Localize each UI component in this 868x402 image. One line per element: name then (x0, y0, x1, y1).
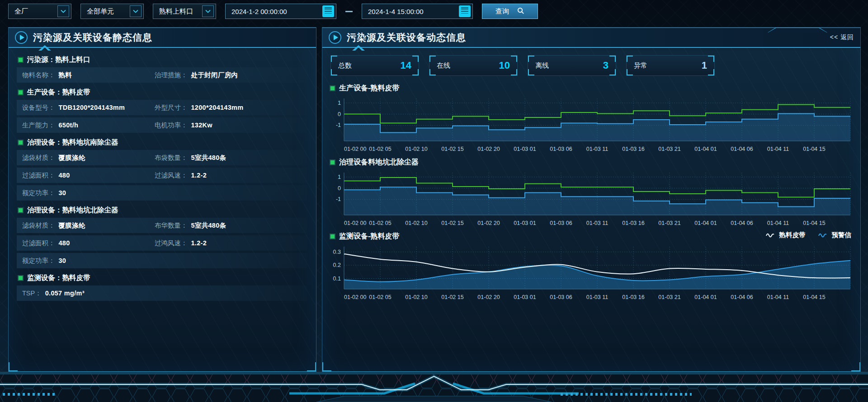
chart-title-row: 监测设备-熟料皮带 熟料皮带 预警信 (330, 229, 852, 243)
info-row: 设备型号：TDB1200*204143mm 外型尺寸：1200*204143mm (17, 100, 307, 115)
section-header: 治理设备：熟料地坑北除尘器 (12, 203, 310, 218)
legend-label: 预警信 (832, 231, 852, 239)
svg-text:01-03 21: 01-03 21 (658, 220, 680, 226)
svg-text:01-02 10: 01-02 10 (405, 294, 427, 300)
chart-title: 监测设备-熟料皮带 (339, 232, 399, 241)
svg-text:01-03 11: 01-03 11 (586, 220, 608, 226)
field-value: 1.2-2 (191, 239, 207, 247)
plant-select[interactable]: 全厂 (8, 4, 71, 19)
dynamic-panel-title: 污染源及关联设备动态信息 (347, 31, 466, 44)
svg-text:01-02 00: 01-02 00 (344, 220, 366, 226)
info-cell: 布袋数量：5室共480条 (155, 154, 226, 162)
stat-value: 14 (401, 60, 411, 71)
stats-row: 总数 14 在线 10 离线 3 异常 1 (330, 55, 852, 76)
legend-item[interactable]: 预警信 (818, 231, 852, 239)
field-value: 1.2-2 (191, 172, 207, 179)
svg-text:01-03 01: 01-03 01 (514, 146, 536, 152)
unit-select[interactable]: 全部单元 (80, 4, 144, 19)
info-row: 额定功率：30 (17, 253, 307, 268)
stat-value: 3 (603, 60, 609, 71)
info-cell: TSP：0.057 mg/m³ (22, 289, 155, 298)
svg-text:01-04 06: 01-04 06 (731, 294, 753, 300)
svg-text:01-02 05: 01-02 05 (369, 146, 391, 152)
info-cell: 滤袋材质：覆膜涤纶 (22, 154, 155, 162)
svg-text:01-03 06: 01-03 06 (550, 146, 572, 152)
green-square-icon (330, 86, 335, 90)
svg-text:01-03 16: 01-03 16 (622, 220, 644, 226)
svg-text:01-02 05: 01-02 05 (369, 294, 391, 300)
point-select-value: 熟料上料口 (159, 7, 193, 16)
production-step-chart: 10-101-02 0001-02 0501-02 1001-02 1501-0… (330, 95, 852, 154)
start-datetime-input[interactable]: 2024-1-2 00:00:00 (225, 4, 336, 19)
back-link[interactable]: << 返回 (830, 33, 854, 42)
svg-text:0.2: 0.2 (333, 262, 341, 268)
svg-text:-1: -1 (336, 122, 341, 128)
info-row: 过滤面积：480 过滤风速：1.2-2 (17, 168, 307, 183)
green-square-icon (19, 58, 23, 62)
field-label: 设备型号： (22, 103, 55, 112)
svg-text:01-04 15: 01-04 15 (803, 294, 825, 300)
field-label: 电机功率： (155, 121, 188, 130)
field-label: 过鸿风速： (155, 239, 188, 248)
info-cell: 电机功率：132Kw (155, 121, 212, 130)
svg-text:01-04 11: 01-04 11 (767, 220, 789, 226)
chevron-down-icon[interactable] (202, 5, 214, 17)
info-row: 滤袋材质：覆膜涤纶 布袋数量：5室共480条 (17, 150, 307, 165)
legend-item[interactable]: 熟料皮带 (766, 231, 806, 239)
date-range-separator (345, 11, 353, 12)
query-button[interactable]: 查询 (482, 4, 538, 19)
svg-text:01-04 01: 01-04 01 (694, 294, 717, 300)
info-cell: 物料名称：熟料 (22, 71, 155, 79)
field-value: 覆膜涤纶 (59, 154, 85, 162)
field-label: 滤袋材质： (22, 221, 55, 230)
svg-text:01-04 06: 01-04 06 (731, 146, 753, 152)
svg-text:01-04 15: 01-04 15 (803, 146, 825, 152)
legend-label: 熟料皮带 (779, 231, 806, 239)
field-label: 布袋数量： (155, 154, 188, 162)
section-title: 污染源：熟料上料口 (27, 55, 90, 65)
field-value: 5室共480条 (191, 154, 226, 162)
svg-text:0: 0 (338, 185, 341, 192)
end-datetime-input[interactable]: 2024-1-4 15:00:00 (362, 4, 473, 19)
calendar-icon[interactable] (322, 5, 334, 17)
plant-select-value: 全厂 (14, 7, 28, 16)
field-label: 外型尺寸： (155, 103, 188, 112)
field-label: 额定功率： (22, 257, 55, 265)
info-row: 物料名称：熟料 治理措施：处于封闭厂房内 (17, 67, 307, 83)
monitoring-line-chart: 0.30.20.101-02 0001-02 0501-02 1001-02 1… (330, 243, 852, 303)
svg-text:01-03 11: 01-03 11 (586, 146, 608, 152)
chart-title: 治理设备料地坑北除尘器 (339, 158, 419, 167)
section-header: 污染源：熟料上料口 (12, 52, 310, 67)
info-row: 过滤面积：480 过鸿风速：1.2-2 (17, 235, 307, 251)
chart-legend: 熟料皮带 预警信 (766, 231, 852, 239)
chevron-down-icon[interactable] (57, 5, 69, 17)
svg-text:01-04 01: 01-04 01 (694, 146, 717, 152)
stat-card-abnormal: 异常 1 (626, 55, 715, 76)
stat-label: 在线 (437, 61, 450, 70)
info-cell: 过滤面积：480 (22, 171, 155, 180)
svg-text:01-04 11: 01-04 11 (767, 294, 789, 300)
dynamic-panel-header: 污染源及关联设备动态信息 << 返回 (322, 28, 860, 48)
field-value: 0.057 mg/m³ (45, 290, 85, 297)
query-button-label: 查询 (495, 7, 509, 16)
field-value: TDB1200*204143mm (59, 104, 125, 111)
point-select[interactable]: 熟料上料口 (153, 4, 216, 19)
field-value: 480 (59, 239, 70, 247)
info-row: 额定功率：30 (17, 185, 307, 201)
svg-text:01-03 11: 01-03 11 (586, 294, 608, 300)
svg-text:01-04 01: 01-04 01 (694, 220, 717, 226)
info-row: TSP：0.057 mg/m³ (17, 285, 307, 301)
green-square-icon (330, 160, 335, 164)
svg-text:01-02 10: 01-02 10 (405, 220, 427, 226)
chevron-down-icon[interactable] (130, 5, 142, 17)
section-title: 生产设备：熟料皮带 (27, 88, 90, 97)
calendar-icon[interactable] (459, 5, 471, 17)
treatment-step-chart: 10-101-02 0001-02 0501-02 1001-02 1501-0… (330, 169, 852, 229)
info-cell: 布华数量：5室共480条 (155, 221, 226, 230)
field-value: 30 (59, 189, 66, 196)
svg-text:01-03 16: 01-03 16 (622, 294, 644, 300)
svg-text:01-03 21: 01-03 21 (658, 146, 680, 152)
info-row: 滤袋材质：覆膜涤纶 布华数量：5室共480条 (17, 218, 307, 233)
stat-card-total: 总数 14 (330, 55, 419, 76)
svg-text:01-02 00: 01-02 00 (344, 146, 366, 152)
